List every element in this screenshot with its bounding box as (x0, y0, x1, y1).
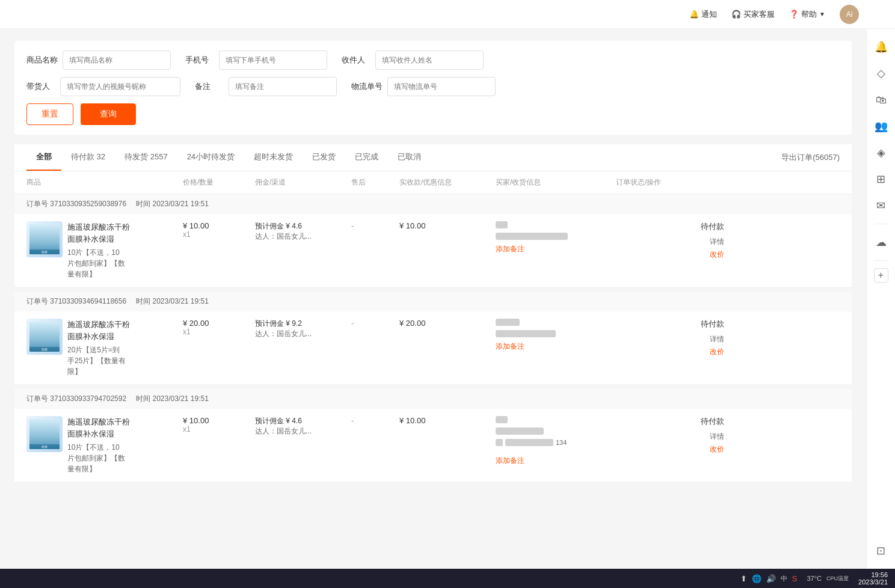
taskbar-time-value: 19:56 (858, 571, 888, 578)
tab-pending-payment[interactable]: 待付款 32 (61, 144, 115, 171)
reset-button[interactable]: 重置 (26, 103, 73, 125)
tab-cancelled[interactable]: 已取消 (388, 144, 431, 171)
commission-cell-2: 预计佣金 ¥ 9.2 达人：国岳女儿... (255, 319, 351, 339)
status-cell-1: 待付款 详情 改价 (616, 221, 724, 260)
taskbar-temp-label: CPU温度 (826, 575, 849, 583)
sidebar-divider-2 (874, 260, 888, 261)
sidebar-icon-game[interactable]: ◈ (870, 142, 892, 164)
buyer-addr-blur-3a (496, 427, 544, 435)
buyer-name-blur-1 (496, 221, 508, 228)
thumb-image-3: 面膜 (29, 419, 60, 449)
sidebar-add-btn[interactable]: + (874, 268, 888, 283)
commission-value-3: 预计佣金 ¥ 4.6 (255, 416, 351, 426)
change-price-link-3[interactable]: 改价 (616, 444, 724, 455)
taskbar-date-value: 2023/3/21 (858, 578, 888, 586)
chevron-down-icon: ▼ (819, 11, 825, 17)
price-value-3: ¥ 10.00 (183, 416, 255, 425)
detail-link-3[interactable]: 详情 (616, 432, 724, 442)
bell-icon: 🔔 (689, 10, 699, 19)
main-content: 商品名称 手机号 收件人 带货人 备注 物流单号 (0, 29, 866, 588)
status-cell-3: 待付款 详情 改价 (616, 416, 724, 455)
tab-pending-shipment[interactable]: 待发货 2557 (115, 144, 177, 171)
order-no-label-2: 订单号 3710330934694118656 (26, 296, 126, 307)
order-group-2: 订单号 3710330934694118656 时间 2023/03/21 19… (14, 292, 852, 389)
logistics-input[interactable] (387, 77, 496, 96)
add-remark-link-1[interactable]: 添加备注 (496, 244, 524, 254)
tabs: 全部 待付款 32 待发货 2557 24小时待发货 超时未发货 已发货 已完成… (26, 144, 431, 171)
buyer-name-blur-3 (496, 416, 508, 423)
agent-input[interactable] (60, 77, 180, 96)
order-no-label-3: 订单号 3710330933794702592 (26, 394, 126, 404)
change-price-link-2[interactable]: 改价 (616, 347, 724, 357)
price-cell-1: ¥ 10.00 x1 (183, 221, 255, 239)
taskbar-network-icon: 🌐 (752, 574, 761, 583)
sidebar-icon-cloud[interactable]: ☁ (870, 231, 892, 253)
notification-label: 通知 (701, 9, 717, 20)
product-name-input[interactable] (63, 51, 171, 70)
header-product: 商品 (26, 177, 183, 188)
aftersale-cell-2: - (351, 319, 399, 328)
phone-label: 手机号 (185, 55, 214, 66)
status-cell-2: 待付款 详情 改价 (616, 319, 724, 357)
order-no-label-1: 订单号 3710330935259038976 (26, 199, 126, 209)
order-row-2: 面膜 施遥玻尿酸冻干粉面膜补水保湿 20片【送5片=到手25片】【数量有限】 ¥… (14, 311, 852, 384)
taskbar-time: 19:56 2023/3/21 (858, 571, 888, 586)
export-btn[interactable]: 导出订单(56057) (781, 152, 840, 163)
header-aftersale: 售后 (351, 177, 399, 188)
product-info-2: 施遥玻尿酸冻干粉面膜补水保湿 20片【送5片=到手25片】【数量有限】 (67, 319, 130, 377)
buyer-name-blur-2 (496, 319, 520, 326)
sidebar-icon-people[interactable]: 👥 (870, 115, 892, 137)
amount-cell-1: ¥ 10.00 (399, 221, 496, 230)
add-remark-link-2[interactable]: 添加备注 (496, 341, 524, 352)
price-cell-2: ¥ 20.00 x1 (183, 319, 255, 336)
form-row-1: 商品名称 手机号 收件人 (26, 51, 840, 70)
taskbar-icons: ⬆ 🌐 🔊 中 S (740, 574, 798, 583)
taskbar-expand-icon[interactable]: ⬆ (740, 574, 747, 583)
detail-link-1[interactable]: 详情 (616, 237, 724, 247)
avatar[interactable]: Ai (840, 5, 859, 24)
sidebar-divider (874, 224, 888, 224)
change-price-link-1[interactable]: 改价 (616, 250, 724, 260)
tab-24h-shipment[interactable]: 24小时待发货 (177, 144, 244, 171)
commission-value-2: 预计佣金 ¥ 9.2 (255, 319, 351, 329)
notification-btn[interactable]: 🔔 通知 (689, 9, 717, 20)
sidebar-icon-paper[interactable]: ✉ (870, 195, 892, 216)
product-desc-1: 10片【不送，10片包邮到家】【数量有限】 (67, 247, 130, 280)
buyer-id-3: 134 (556, 439, 567, 446)
buyer-addr-blur-1 (496, 233, 568, 240)
channel-value-2: 达人：国岳女儿... (255, 329, 351, 339)
recipient-input[interactable] (375, 51, 484, 70)
sidebar-icon-bag[interactable]: 🛍 (870, 89, 892, 111)
commission-cell-1: 预计佣金 ¥ 4.6 达人：国岳女儿... (255, 221, 351, 242)
thumb-image-2: 面膜 (29, 322, 60, 352)
help-btn[interactable]: ❓ 帮助 ▼ (789, 9, 825, 20)
tab-all[interactable]: 全部 (26, 144, 61, 171)
sidebar-icon-diamond[interactable]: ◇ (870, 63, 892, 84)
sidebar-icon-bell[interactable]: 🔔 (870, 36, 892, 58)
tab-completed[interactable]: 已完成 (345, 144, 388, 171)
tab-overtime-shipment[interactable]: 超时未发货 (244, 144, 303, 171)
sidebar-icon-expand[interactable]: ⊡ (870, 540, 892, 562)
status-label-3: 待付款 (616, 416, 724, 427)
query-button[interactable]: 查询 (81, 103, 136, 125)
qty-value-3: x1 (183, 425, 255, 433)
table-header: 商品 价格/数量 佣金/渠道 售后 实收款/优惠信息 买家/收货信息 订单状态/… (14, 171, 852, 194)
detail-link-2[interactable]: 详情 (616, 334, 724, 345)
taskbar: ⬆ 🌐 🔊 中 S 37°C CPU温度 19:56 2023/3/21 (0, 569, 895, 588)
phone-input[interactable] (219, 51, 327, 70)
taskbar-temp-value: 37°C (807, 575, 822, 582)
header-buyer: 买家/收货信息 (496, 177, 616, 188)
taskbar-s-icon: S (792, 574, 798, 583)
status-actions-2: 详情 改价 (616, 334, 724, 357)
add-remark-link-3[interactable]: 添加备注 (496, 456, 524, 466)
status-actions-3: 详情 改价 (616, 432, 724, 455)
customer-service-btn[interactable]: 🎧 买家客服 (731, 9, 775, 20)
channel-value-1: 达人：国岳女儿... (255, 231, 351, 242)
remark-input[interactable] (229, 77, 337, 96)
product-cell-2: 面膜 施遥玻尿酸冻干粉面膜补水保湿 20片【送5片=到手25片】【数量有限】 (26, 319, 183, 377)
sidebar-icon-chart[interactable]: ⊞ (870, 168, 892, 190)
order-meta-1: 订单号 3710330935259038976 时间 2023/03/21 19… (14, 194, 852, 214)
tab-shipped[interactable]: 已发货 (303, 144, 345, 171)
button-row: 重置 查询 (26, 103, 840, 125)
buyer-name-blur-3b (496, 439, 503, 446)
